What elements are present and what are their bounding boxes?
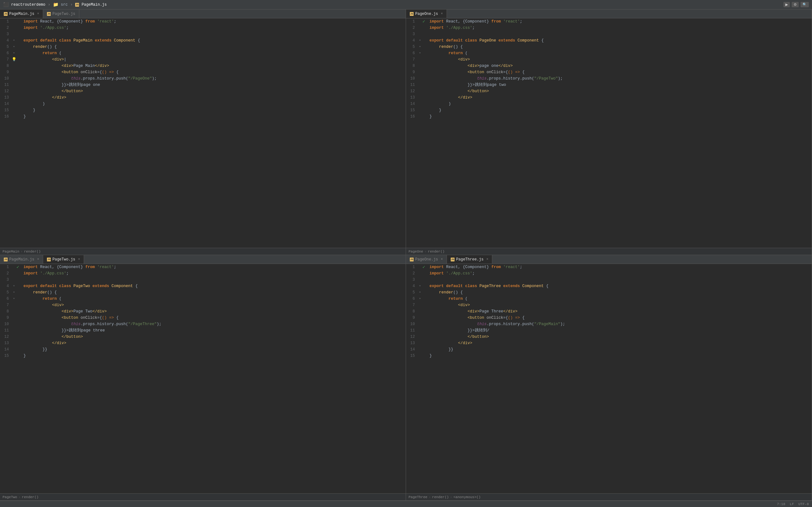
breadcrumb-part[interactable]: render(): [24, 250, 41, 253]
line-number: 3: [406, 277, 417, 283]
debug-button[interactable]: ⚙: [792, 2, 799, 7]
fold-icon[interactable]: ▾: [13, 44, 15, 50]
line-indicator: [16, 95, 22, 101]
tab-close-btn[interactable]: ×: [441, 258, 443, 261]
line-number: 9: [406, 69, 417, 75]
fold-icon[interactable]: ▾: [419, 50, 421, 56]
line-indicator: [16, 63, 22, 69]
code-area-bottom-right[interactable]: 1✓import React, {Component} from 'react'…: [406, 264, 812, 493]
fold-icon[interactable]: ▾: [13, 50, 15, 56]
line-indicator: [422, 277, 428, 283]
tab-icon: JS: [410, 12, 414, 16]
line-content: }}: [428, 346, 812, 353]
line-indicator: [422, 56, 428, 63]
git-indicator-icon: ✓: [422, 264, 425, 270]
line-number: 1: [406, 264, 417, 270]
code-line: 9 <button onClick={() => {: [406, 69, 812, 75]
tab-PageTwo-js[interactable]: JSPageTwo.js×: [43, 255, 84, 264]
fold-icon[interactable]: ▾: [13, 296, 15, 302]
line-indicator: [16, 334, 22, 340]
line-gutter: [417, 69, 422, 75]
fold-icon[interactable]: ▾: [13, 38, 15, 44]
tab-PageTwo-js[interactable]: JSPageTwo.js: [43, 9, 79, 18]
fold-icon[interactable]: ▾: [13, 283, 15, 289]
fold-icon[interactable]: ▾: [419, 44, 421, 50]
line-number: 12: [0, 88, 11, 95]
title-separator-2: ›: [70, 2, 72, 7]
breadcrumb-part[interactable]: <anonymous>(): [453, 495, 480, 499]
breadcrumb-part[interactable]: render(): [428, 250, 445, 253]
tab-close-btn[interactable]: ×: [441, 12, 443, 15]
line-number: 7: [406, 302, 417, 308]
line-number: 8: [406, 308, 417, 315]
breadcrumb-part[interactable]: PageOne: [409, 250, 423, 253]
line-gutter: ▾: [11, 44, 16, 50]
line-number: 5: [0, 289, 11, 296]
line-content: render() {: [22, 289, 406, 296]
tab-PageOne-js[interactable]: JSPageOne.js×: [406, 9, 447, 18]
code-line: 10 this.props.history.push("/PageThree")…: [0, 321, 406, 327]
code-area-top-right[interactable]: 1✓import React, {Component} from 'react'…: [406, 18, 812, 248]
folder-icon: 📁: [53, 2, 58, 7]
breadcrumb-separator: ›: [20, 250, 23, 253]
line-content: <div>: [428, 302, 812, 308]
breadcrumb-part[interactable]: render(): [22, 495, 39, 499]
tab-PageOne-js[interactable]: JSPageOne.js×: [406, 255, 447, 264]
line-number: 13: [406, 340, 417, 346]
fold-icon[interactable]: ▾: [419, 283, 421, 289]
line-indicator: [422, 44, 428, 50]
tab-close-btn[interactable]: ×: [37, 258, 39, 261]
code-area-top-left[interactable]: 1import React, {Component} from 'react';…: [0, 18, 406, 248]
tab-PageMain-js[interactable]: JSPageMain.js×: [0, 255, 43, 264]
fold-icon[interactable]: ▾: [419, 38, 421, 44]
breadcrumb-part[interactable]: PageMain: [3, 250, 19, 253]
breadcrumb-part[interactable]: PageTwo: [3, 495, 17, 499]
tab-bar-bottom-left: JSPageMain.js×JSPageTwo.js×: [0, 255, 406, 264]
line-gutter: [11, 334, 16, 340]
line-content: <div>Page Main</div>: [22, 63, 406, 69]
tab-close-btn[interactable]: ×: [37, 12, 39, 15]
line-content: ): [22, 101, 406, 107]
line-content: <button onClick={() => {: [22, 69, 406, 75]
code-line: 1✓import React, {Component} from 'react'…: [406, 264, 812, 270]
line-content: <div>Page Three</div>: [428, 308, 812, 315]
code-area-bottom-left[interactable]: 1✓import React, {Component} from 'react'…: [0, 264, 406, 493]
run-button[interactable]: ▶: [783, 2, 790, 7]
line-gutter: [11, 264, 16, 270]
line-gutter: ▾: [417, 296, 422, 302]
line-indicator: [16, 56, 22, 63]
code-line: 2import './App.css';: [406, 25, 812, 31]
fold-icon[interactable]: ▾: [419, 296, 421, 302]
breadcrumb-part[interactable]: PageThree: [409, 495, 427, 499]
breadcrumb-part[interactable]: render(): [432, 495, 449, 499]
tab-PageThree-js[interactable]: JSPageThree.js×: [447, 255, 492, 264]
line-content: }}: [22, 346, 406, 353]
tab-PageMain-js[interactable]: JSPageMain.js×: [0, 9, 43, 18]
line-content: import React, {Component} from 'react';: [22, 18, 406, 25]
fold-icon[interactable]: ▾: [13, 289, 15, 296]
fold-icon[interactable]: ▾: [419, 289, 421, 296]
line-content: <button onClick={() => {: [428, 315, 812, 321]
code-line: 14 }}: [406, 346, 812, 353]
code-line: 13 </div>: [0, 95, 406, 101]
line-content: ): [428, 101, 812, 107]
line-number: 15: [0, 107, 11, 113]
tab-icon: JS: [410, 258, 414, 262]
line-content: }}>跳转到page one: [22, 82, 406, 88]
line-gutter: [11, 25, 16, 31]
code-line: 7 <div>: [0, 302, 406, 308]
line-gutter: [417, 75, 422, 82]
search-button[interactable]: 🔍: [801, 2, 809, 7]
line-gutter: [11, 308, 16, 315]
code-line: 6▾ return (: [0, 296, 406, 302]
tab-close-btn[interactable]: ×: [78, 258, 80, 261]
tab-bar-top-right: JSPageOne.js×: [406, 9, 812, 18]
line-content: <div>Page Two</div>: [22, 308, 406, 315]
line-number: 11: [0, 327, 11, 334]
line-gutter: [11, 107, 16, 113]
line-gutter: [417, 334, 422, 340]
code-line: 3: [0, 277, 406, 283]
line-content: <div>page one</div>: [428, 63, 812, 69]
tab-close-btn[interactable]: ×: [486, 258, 488, 261]
bulb-icon[interactable]: 💡: [12, 56, 16, 63]
